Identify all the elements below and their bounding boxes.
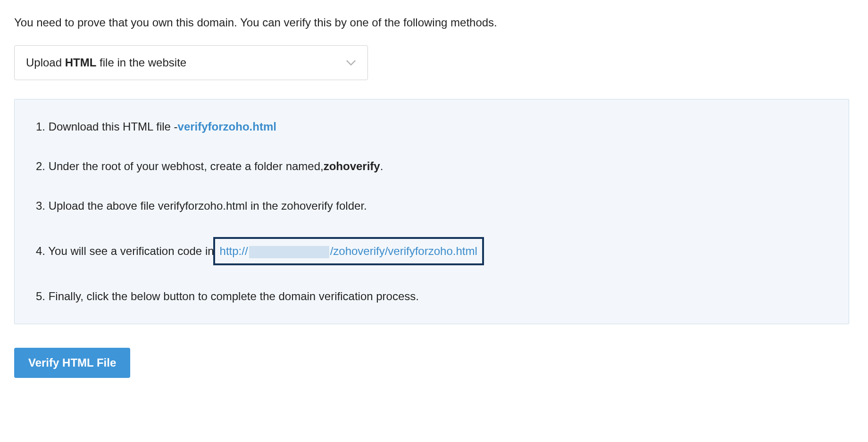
instruction-step-2: 2. Under the root of your webhost, creat…	[36, 158, 827, 175]
instruction-step-5: 5. Finally, click the below button to co…	[36, 288, 827, 305]
intro-text: You need to prove that you own this doma…	[14, 14, 849, 31]
verification-method-dropdown[interactable]: Upload HTML file in the website	[14, 45, 368, 80]
redacted-domain	[249, 246, 329, 258]
instructions-panel: 1. Download this HTML file - verifyforzo…	[14, 99, 849, 324]
chevron-down-icon	[346, 59, 356, 66]
download-html-link[interactable]: verifyforzoho.html	[178, 118, 276, 135]
instruction-step-4: 4. You will see a verification code in h…	[36, 237, 827, 265]
step2-prefix: 2. Under the root of your webhost, creat…	[36, 158, 324, 175]
step2-suffix: .	[380, 158, 384, 175]
dropdown-label: Upload HTML file in the website	[26, 54, 186, 71]
instruction-step-1: 1. Download this HTML file - verifyforzo…	[36, 118, 827, 135]
step4-prefix: 4. You will see a verification code in	[36, 243, 214, 260]
step1-text: 1. Download this HTML file -	[36, 118, 178, 135]
verification-url-box: http:///zohoverify/verifyforzoho.html	[213, 237, 484, 265]
verify-html-file-button[interactable]: Verify HTML File	[14, 348, 130, 378]
instruction-step-3: 3. Upload the above file verifyforzoho.h…	[36, 197, 827, 214]
verification-url-link[interactable]: http:///zohoverify/verifyforzoho.html	[220, 243, 477, 260]
step2-folder-name: zohoverify	[324, 158, 380, 175]
